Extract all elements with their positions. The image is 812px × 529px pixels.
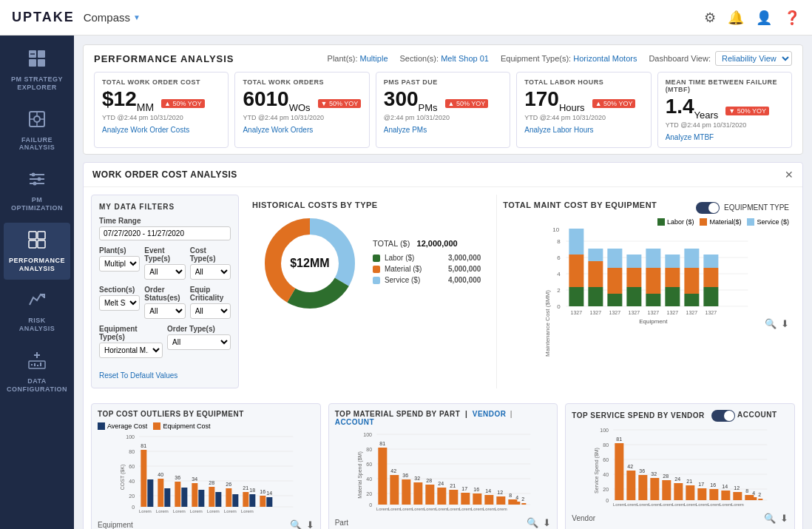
svg-text:Lorem: Lorem: [720, 502, 732, 507]
account-link-material[interactable]: ACCOUNT: [335, 418, 375, 426]
svg-rect-155: [496, 496, 505, 505]
help-icon[interactable]: ❓: [784, 10, 800, 26]
svg-rect-94: [181, 488, 187, 507]
kpi-wo-link[interactable]: Analyze Work Orders: [243, 126, 361, 134]
bar-legend-material: Material($): [700, 218, 741, 226]
svg-rect-91: [158, 479, 163, 507]
filter-time-range-input[interactable]: [99, 226, 231, 240]
search-icon[interactable]: 🔍: [765, 318, 777, 329]
kpi-lh-link[interactable]: Analyze Labor Hours: [524, 126, 643, 134]
filter-equip-type-select[interactable]: Horizontal M...: [99, 343, 163, 358]
section-value-link[interactable]: Melt Shop 01: [441, 54, 489, 63]
kpi-woc-link[interactable]: Analyze Work Order Costs: [102, 126, 220, 134]
svg-rect-45: [569, 255, 584, 287]
top-bar-chart-title: TOTAL MAINT COST by EQUIPMENT: [503, 201, 657, 209]
equip-value-link[interactable]: Horizontal Motors: [573, 54, 637, 63]
nav-dropdown[interactable]: Compass ▼: [84, 11, 143, 24]
svg-rect-147: [449, 490, 458, 505]
filter-equip-crit-select[interactable]: All: [190, 303, 231, 319]
filters-panel: my DATA FILTERS Time Range Plant(s) Mult…: [91, 195, 239, 388]
woca-close-button[interactable]: ✕: [785, 169, 794, 181]
svg-rect-100: [232, 494, 238, 507]
service-toggle[interactable]: [711, 410, 735, 422]
svg-text:1327: 1327: [686, 310, 698, 315]
outliers-search-icon[interactable]: 🔍: [290, 519, 302, 529]
svg-text:14: 14: [723, 484, 728, 489]
kpi-woc-ytd: YTD @2:44 pm 10/31/2020: [102, 114, 220, 121]
filter-event-type-select[interactable]: All: [144, 264, 185, 280]
equip-cost-dot: [153, 422, 160, 430]
donut-legend: Labor ($) 3,000,000 Material ($) 5,000,0…: [373, 254, 481, 284]
risk-icon: [27, 290, 47, 314]
svg-text:Lorem: Lorem: [424, 507, 436, 511]
bell-icon[interactable]: 🔔: [728, 10, 744, 26]
svg-text:36: 36: [402, 473, 408, 478]
svg-text:Lorem: Lorem: [637, 502, 649, 507]
kpi-row: total WORK ORDER COST $12MM ▲ 50% YOY YT…: [94, 72, 792, 148]
filter-section-select[interactable]: Melt Shop 01: [99, 295, 140, 311]
dashboard-view-select[interactable]: Reliability View: [715, 51, 792, 66]
legend-material: Material ($) 5,000,000: [373, 265, 481, 273]
svg-text:1327: 1327: [571, 310, 583, 315]
svg-text:0: 0: [132, 505, 135, 510]
sidebar-item-risk-label: RISKANALYSIS: [19, 317, 55, 333]
svg-point-14: [32, 173, 35, 177]
filter-plant: Plant(s) Multiple: [99, 246, 140, 280]
svg-text:Lorem: Lorem: [173, 509, 186, 513]
svg-rect-52: [608, 249, 623, 268]
sidebar-item-failure[interactable]: FAILUREANALYSIS: [4, 102, 70, 160]
kpi-pm-link[interactable]: Analyze PMs: [384, 126, 502, 134]
svg-rect-102: [249, 494, 255, 507]
service-search-icon[interactable]: 🔍: [764, 513, 776, 524]
svg-point-6: [34, 116, 40, 122]
svg-text:Lorem: Lorem: [156, 509, 169, 513]
equip-cost-label: Equipment Cost: [163, 422, 210, 430]
outliers-x-label: Equipment: [98, 521, 133, 529]
material-x-label: Part: [335, 519, 348, 527]
filter-plant-select[interactable]: Multiple: [99, 256, 140, 272]
kpi-wo-badge: ▼ 50% YOY: [318, 99, 362, 108]
filter-cost-type-select[interactable]: All: [190, 264, 231, 280]
vendor-link[interactable]: VENDOR: [473, 410, 507, 418]
reset-filters-link[interactable]: Reset To Default Values: [99, 371, 177, 380]
svg-rect-199: [686, 485, 695, 500]
bar-legend-labor-dot: [657, 218, 665, 226]
sidebar-item-pm-strategy[interactable]: PM STRATEGYEXPLORER: [4, 41, 70, 99]
download-icon[interactable]: ⬇: [781, 318, 789, 329]
svg-text:17: 17: [699, 482, 705, 487]
material-chart-title: TOP MATERIAL SPEND by PART | VENDOR | AC…: [335, 410, 552, 426]
plant-value-link[interactable]: Multiple: [360, 54, 388, 63]
filter-order-status-select[interactable]: All: [144, 303, 185, 319]
user-icon[interactable]: 👤: [756, 10, 772, 26]
filter-order-type-select[interactable]: All: [167, 334, 231, 350]
kpi-mtbf-badge: ▼ 50% YOY: [725, 107, 769, 115]
svg-text:14: 14: [266, 491, 272, 496]
donut-svg: $12MM: [262, 215, 358, 311]
svg-text:60: 60: [366, 462, 372, 467]
svg-text:Lorem: Lorem: [139, 509, 152, 513]
sidebar-item-perf[interactable]: PERFORMANCEANALYSIS: [4, 223, 70, 280]
material-download-icon[interactable]: ⬇: [543, 517, 551, 528]
svg-rect-97: [209, 487, 214, 507]
svg-rect-203: [710, 489, 719, 500]
material-chart-svg: 100 80 60 40 20 0: [335, 431, 552, 512]
nav-icons: ⚙ 🔔 👤 ❓: [704, 10, 800, 26]
sidebar-item-pm-opt[interactable]: PMOPTIMIZATION: [4, 162, 70, 220]
outliers-download-icon[interactable]: ⬇: [306, 519, 314, 529]
toggle-switch[interactable]: [696, 202, 720, 214]
service-download-icon[interactable]: ⬇: [780, 513, 788, 524]
sidebar-item-data-config[interactable]: DATACONFIGURATION: [4, 343, 70, 401]
svg-rect-89: [141, 450, 146, 507]
kpi-mtbf-link[interactable]: Analyze MTBF: [666, 133, 784, 141]
donut-chart-title: HISTORICAL COSTS by TYPE: [252, 201, 378, 209]
svg-rect-141: [413, 482, 422, 505]
svg-text:60: 60: [129, 464, 135, 469]
material-search-icon[interactable]: 🔍: [527, 517, 538, 528]
kpi-mtbf-label: mean TIME BETWEEN FAILURE (MTBF): [666, 78, 784, 93]
service-chart-title: TOP SERVICE SPEND by VENDOR ACCOUNT: [572, 410, 788, 422]
svg-text:Lorem: Lorem: [412, 507, 424, 511]
gear-icon[interactable]: ⚙: [704, 10, 716, 26]
sidebar-item-risk[interactable]: RISKANALYSIS: [4, 283, 70, 340]
svg-rect-67: [704, 255, 719, 268]
svg-rect-93: [175, 482, 180, 507]
